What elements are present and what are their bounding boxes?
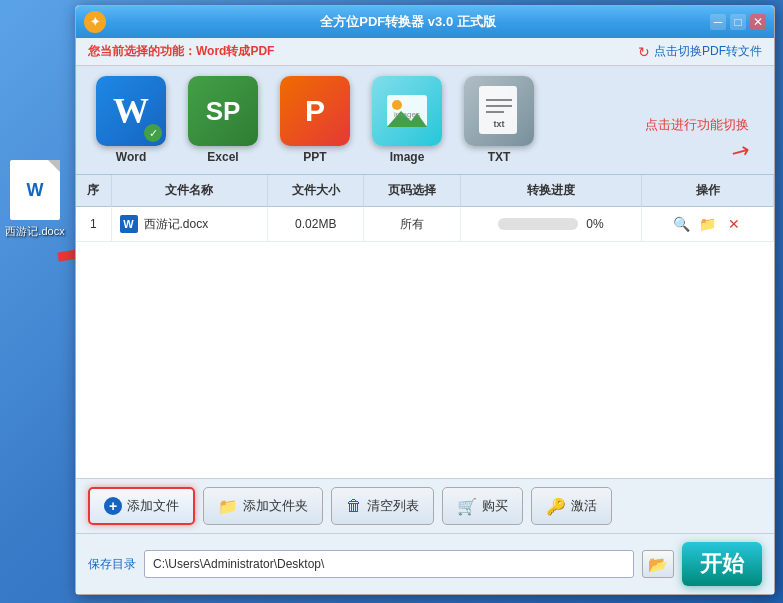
file-table: 序 文件名称 文件大小 页码选择 转换进度 操作 1 W 西游记.docx 0.… xyxy=(76,175,774,242)
activate-icon: 🔑 xyxy=(546,497,566,516)
col-actions: 操作 xyxy=(642,175,774,207)
svg-text:images: images xyxy=(394,110,420,119)
switch-arrow-icon: ↻ xyxy=(638,44,650,60)
format-icon-image[interactable]: images Image xyxy=(367,76,447,164)
logo-symbol: ✦ xyxy=(90,15,100,29)
add-folder-label: 添加文件夹 xyxy=(243,497,308,515)
row-pages: 所有 xyxy=(364,207,460,242)
save-bar: 保存目录 📂 开始 xyxy=(76,533,774,594)
word-icon-label: Word xyxy=(116,150,146,164)
folder-browse-icon: 📂 xyxy=(648,555,668,574)
preview-icon[interactable]: 🔍 xyxy=(672,214,692,234)
file-type-icon: W xyxy=(120,215,138,233)
clear-icon: 🗑 xyxy=(346,497,362,515)
txt-icon-label: TXT xyxy=(488,150,511,164)
add-file-icon: + xyxy=(104,497,122,515)
col-seq: 序 xyxy=(76,175,111,207)
image-icon-label: Image xyxy=(390,150,425,164)
col-progress: 转换进度 xyxy=(460,175,641,207)
word-check-icon: ✓ xyxy=(144,124,162,142)
mode-bar: 您当前选择的功能：Word转成PDF ↻ 点击切换PDF转文件 xyxy=(76,38,774,66)
row-filesize: 0.02MB xyxy=(268,207,364,242)
clear-label: 清空列表 xyxy=(367,497,419,515)
row-actions: 🔍 📁 ✕ xyxy=(642,207,774,242)
annotation-text: 点击进行功能切换 xyxy=(645,116,749,134)
file-table-area: 序 文件名称 文件大小 页码选择 转换进度 操作 1 W 西游记.docx 0.… xyxy=(76,175,774,478)
format-icon-word[interactable]: W ✓ Word xyxy=(91,76,171,164)
save-label: 保存目录 xyxy=(88,556,136,573)
word-icon-letter: W xyxy=(113,90,149,132)
browse-folder-button[interactable]: 📂 xyxy=(642,550,674,578)
desktop-file-letter: W xyxy=(27,180,44,201)
format-icon-ppt[interactable]: P PPT xyxy=(275,76,355,164)
mode-prefix: 您当前选择的功能： xyxy=(88,44,196,58)
folder-open-icon[interactable]: 📁 xyxy=(698,214,718,234)
row-filename: W 西游记.docx xyxy=(111,207,268,242)
app-logo: ✦ xyxy=(84,11,106,33)
svg-point-1 xyxy=(392,100,402,110)
minimize-button[interactable]: ─ xyxy=(710,14,726,30)
filename-text: 西游记.docx xyxy=(144,216,209,233)
main-window: ✦ 全方位PDF转换器 v3.0 正式版 ─ □ ✕ 您当前选择的功能：Word… xyxy=(75,5,775,595)
ppt-icon-box: P xyxy=(280,76,350,146)
switch-mode-label: 点击切换PDF转文件 xyxy=(654,43,762,60)
txt-svg-icon: txt xyxy=(474,84,524,139)
start-button[interactable]: 开始 xyxy=(682,542,762,586)
table-row: 1 W 西游记.docx 0.02MB 所有 0% 🔍 xyxy=(76,207,774,242)
ppt-icon-letter: P xyxy=(305,94,325,128)
excel-icon-label: Excel xyxy=(207,150,238,164)
bottom-buttons-bar: + 添加文件 📁 添加文件夹 🗑 清空列表 🛒 购买 🔑 激活 xyxy=(76,478,774,533)
desktop-file-icon: W 西游记.docx xyxy=(0,160,70,239)
format-icons-area: W ✓ Word SP Excel P PPT xyxy=(76,66,774,175)
col-filesize: 文件大小 xyxy=(268,175,364,207)
txt-icon-box: txt xyxy=(464,76,534,146)
add-file-button[interactable]: + 添加文件 xyxy=(88,487,195,525)
col-pages: 页码选择 xyxy=(364,175,460,207)
buy-label: 购买 xyxy=(482,497,508,515)
image-icon-box: images xyxy=(372,76,442,146)
table-header-row: 序 文件名称 文件大小 页码选择 转换进度 操作 xyxy=(76,175,774,207)
svg-text:txt: txt xyxy=(494,119,505,129)
progress-text: 0% xyxy=(586,217,603,231)
mode-text: 您当前选择的功能：Word转成PDF xyxy=(88,43,274,60)
format-icon-txt[interactable]: txt TXT xyxy=(459,76,539,164)
format-icon-excel[interactable]: SP Excel xyxy=(183,76,263,164)
maximize-button[interactable]: □ xyxy=(730,14,746,30)
save-path-input[interactable] xyxy=(144,550,634,578)
ppt-icon-label: PPT xyxy=(303,150,326,164)
title-bar: ✦ 全方位PDF转换器 v3.0 正式版 ─ □ ✕ xyxy=(76,6,774,38)
close-button[interactable]: ✕ xyxy=(750,14,766,30)
row-progress: 0% xyxy=(460,207,641,242)
excel-icon-box: SP xyxy=(188,76,258,146)
window-controls: ─ □ ✕ xyxy=(710,14,766,30)
activate-button[interactable]: 🔑 激活 xyxy=(531,487,612,525)
delete-row-icon[interactable]: ✕ xyxy=(724,214,744,234)
add-folder-button[interactable]: 📁 添加文件夹 xyxy=(203,487,323,525)
add-file-label: 添加文件 xyxy=(127,497,179,515)
activate-label: 激活 xyxy=(571,497,597,515)
buy-button[interactable]: 🛒 购买 xyxy=(442,487,523,525)
image-svg-icon: images xyxy=(385,91,429,131)
add-folder-icon: 📁 xyxy=(218,497,238,516)
window-title: 全方位PDF转换器 v3.0 正式版 xyxy=(106,13,710,31)
annotation-arrow-icon: ↗ xyxy=(726,135,755,167)
switch-mode-button[interactable]: ↻ 点击切换PDF转文件 xyxy=(638,43,762,60)
word-icon-box: W ✓ xyxy=(96,76,166,146)
clear-list-button[interactable]: 🗑 清空列表 xyxy=(331,487,434,525)
progress-bar xyxy=(498,218,578,230)
buy-icon: 🛒 xyxy=(457,497,477,516)
col-filename: 文件名称 xyxy=(111,175,268,207)
current-mode: Word转成PDF xyxy=(196,44,274,58)
row-seq: 1 xyxy=(76,207,111,242)
excel-icon-letter: SP xyxy=(206,96,241,127)
